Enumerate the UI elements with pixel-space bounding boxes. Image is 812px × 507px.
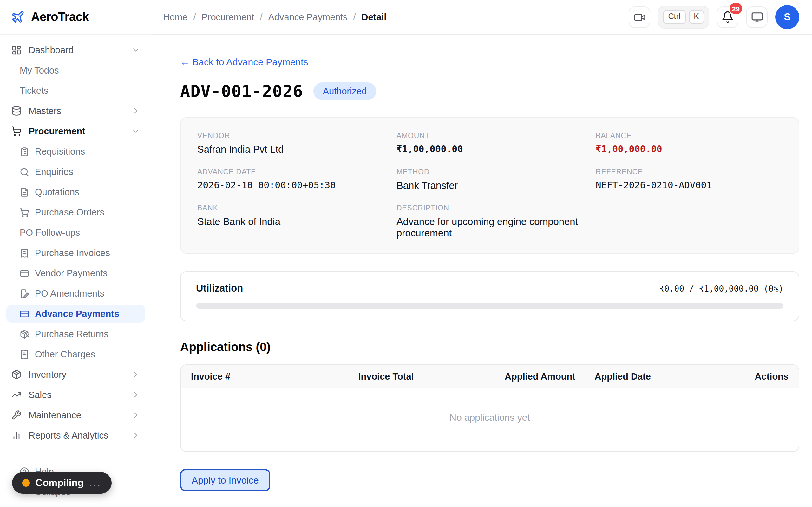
breadcrumb: Home/Procurement/Advance Payments/Detail bbox=[163, 12, 386, 22]
field-value: 2026-02-10 00:00:00+05:30 bbox=[197, 180, 384, 190]
column-header-actions: Actions bbox=[717, 372, 789, 382]
sidebar-item-enquiries[interactable]: Enquiries bbox=[6, 163, 145, 181]
ctrl-keycap: Ctrl bbox=[663, 10, 686, 24]
database-icon bbox=[11, 106, 21, 116]
chevron-right-icon bbox=[131, 370, 140, 379]
package-x-icon bbox=[20, 329, 29, 339]
trending-up-icon bbox=[11, 390, 21, 400]
sidebar-item-label: Tickets bbox=[20, 86, 49, 96]
sidebar-item-label: Dashboard bbox=[29, 45, 73, 55]
sidebar-item-label: Maintenance bbox=[29, 410, 81, 420]
dashboard-icon bbox=[11, 45, 21, 55]
notification-badge: 29 bbox=[728, 2, 744, 15]
search-icon bbox=[20, 167, 29, 176]
column-header-invoice: Invoice # bbox=[191, 372, 358, 382]
receipt-icon bbox=[20, 248, 29, 258]
column-header-invoice-total: Invoice Total bbox=[358, 372, 505, 382]
column-header-applied-date: Applied Date bbox=[579, 372, 717, 382]
sidebar-item-label: Purchase Returns bbox=[35, 329, 108, 339]
app-title: AeroTrack bbox=[31, 10, 89, 24]
receipt-icon bbox=[20, 349, 29, 359]
sidebar-item-purchase-invoices[interactable]: Purchase Invoices bbox=[6, 244, 145, 262]
sidebar-item-masters[interactable]: Masters bbox=[6, 102, 145, 120]
sidebar-item-other-charges[interactable]: Other Charges bbox=[6, 345, 145, 363]
file-pen-icon bbox=[20, 289, 29, 298]
topbar: Home/Procurement/Advance Payments/Detail… bbox=[152, 0, 812, 35]
sidebar-item-reports-analytics[interactable]: Reports & Analytics bbox=[6, 427, 145, 444]
sidebar-item-my-todos[interactable]: My Todos bbox=[6, 61, 145, 79]
sidebar-item-requisitions[interactable]: Requisitions bbox=[6, 143, 145, 160]
breadcrumb-advance-payments[interactable]: Advance Payments bbox=[268, 12, 348, 22]
display-button[interactable] bbox=[746, 6, 768, 28]
sidebar-item-po-follow-ups[interactable]: PO Follow-ups bbox=[6, 224, 145, 241]
status-badge: Authorized bbox=[313, 82, 376, 101]
sidebar-item-vendor-payments[interactable]: Vendor Payments bbox=[6, 264, 145, 282]
apply-to-invoice-button[interactable]: Apply to Invoice bbox=[180, 469, 270, 491]
cart-icon bbox=[11, 126, 21, 136]
chevron-right-icon bbox=[131, 107, 140, 115]
field-label: BANK bbox=[197, 204, 384, 212]
field-label: DESCRIPTION bbox=[397, 204, 583, 212]
k-keycap: K bbox=[689, 10, 704, 24]
toast-label: Compiling bbox=[36, 477, 84, 489]
sidebar-item-dashboard[interactable]: Dashboard bbox=[6, 41, 145, 59]
utilization-value: ₹0.00 / ₹1,00,000.00 (0%) bbox=[659, 284, 783, 293]
field-label: AMOUNT bbox=[397, 132, 583, 139]
field-value: ₹1,00,000.00 bbox=[397, 144, 583, 154]
field-value: State Bank of India bbox=[197, 216, 384, 228]
field-value: Advance for upcoming engine component pr… bbox=[397, 216, 583, 239]
applications-heading: Applications (0) bbox=[180, 340, 799, 354]
sidebar-item-label: Enquiries bbox=[35, 167, 73, 177]
sidebar-item-advance-payments[interactable]: Advance Payments bbox=[6, 305, 145, 323]
sidebar-item-sales[interactable]: Sales bbox=[6, 386, 145, 404]
credit-card-icon bbox=[20, 268, 29, 278]
sidebar-item-label: Advance Payments bbox=[35, 308, 119, 319]
main-column: Home/Procurement/Advance Payments/Detail… bbox=[152, 0, 812, 507]
field-advance-date: ADVANCE DATE2026-02-10 00:00:00+05:30 bbox=[197, 168, 384, 191]
sidebar-item-tickets[interactable]: Tickets bbox=[6, 82, 145, 100]
chevron-right-icon bbox=[131, 390, 140, 399]
sidebar-item-po-amendments[interactable]: PO Amendments bbox=[6, 285, 145, 302]
field-method: METHODBank Transfer bbox=[397, 168, 583, 191]
field-balance: BALANCE₹1,00,000.00 bbox=[596, 132, 782, 155]
applications-table-header: Invoice #Invoice TotalApplied AmountAppl… bbox=[181, 365, 799, 389]
chevron-right-icon bbox=[131, 411, 140, 419]
video-icon bbox=[633, 11, 646, 23]
sidebar-item-label: PO Follow-ups bbox=[20, 228, 80, 238]
breadcrumb-procurement[interactable]: Procurement bbox=[201, 12, 254, 22]
sidebar-item-label: Vendor Payments bbox=[35, 268, 107, 278]
sidebar-item-label: Procurement bbox=[29, 126, 85, 136]
sidebar-item-quotations[interactable]: Quotations bbox=[6, 183, 145, 201]
field-reference: REFERENCENEFT-2026-0210-ADV001 bbox=[596, 168, 782, 191]
sidebar-item-label: Reports & Analytics bbox=[29, 430, 108, 441]
video-button[interactable] bbox=[629, 6, 650, 28]
plane-logo-icon bbox=[11, 10, 25, 24]
command-palette-shortcut[interactable]: Ctrl K bbox=[658, 6, 709, 29]
logo[interactable]: AeroTrack bbox=[0, 0, 152, 35]
sidebar-item-label: Purchase Orders bbox=[35, 207, 104, 217]
field-amount: AMOUNT₹1,00,000.00 bbox=[397, 132, 583, 155]
sidebar-item-inventory[interactable]: Inventory bbox=[6, 366, 145, 383]
back-link[interactable]: ← Back to Advance Payments bbox=[180, 56, 308, 67]
page-content: ← Back to Advance Payments ADV-001-2026 … bbox=[152, 35, 812, 507]
topbar-actions: Ctrl K 29 S bbox=[629, 5, 799, 29]
sidebar-nav: DashboardMy TodosTicketsMastersProcureme… bbox=[0, 35, 152, 456]
chevron-down-icon bbox=[131, 46, 140, 55]
sidebar-item-purchase-orders[interactable]: Purchase Orders bbox=[6, 204, 145, 221]
sidebar-item-procurement[interactable]: Procurement bbox=[6, 122, 145, 140]
breadcrumb-home[interactable]: Home bbox=[163, 12, 188, 22]
sidebar-item-purchase-returns[interactable]: Purchase Returns bbox=[6, 325, 145, 343]
utilization-label: Utilization bbox=[196, 283, 243, 294]
notifications-button[interactable]: 29 bbox=[717, 6, 739, 28]
sidebar-item-maintenance[interactable]: Maintenance bbox=[6, 406, 145, 424]
chevron-right-icon bbox=[131, 431, 140, 440]
field-label: VENDOR bbox=[197, 132, 384, 139]
avatar[interactable]: S bbox=[775, 5, 799, 29]
applications-empty-state: No applications yet bbox=[181, 389, 799, 451]
field-vendor: VENDORSafran India Pvt Ltd bbox=[197, 132, 384, 155]
breadcrumb-separator: / bbox=[260, 12, 262, 22]
package-icon bbox=[11, 370, 21, 380]
field-label: ADVANCE DATE bbox=[197, 168, 384, 176]
applications-table: Invoice #Invoice TotalApplied AmountAppl… bbox=[180, 364, 799, 452]
column-header-applied-amount: Applied Amount bbox=[505, 372, 579, 382]
